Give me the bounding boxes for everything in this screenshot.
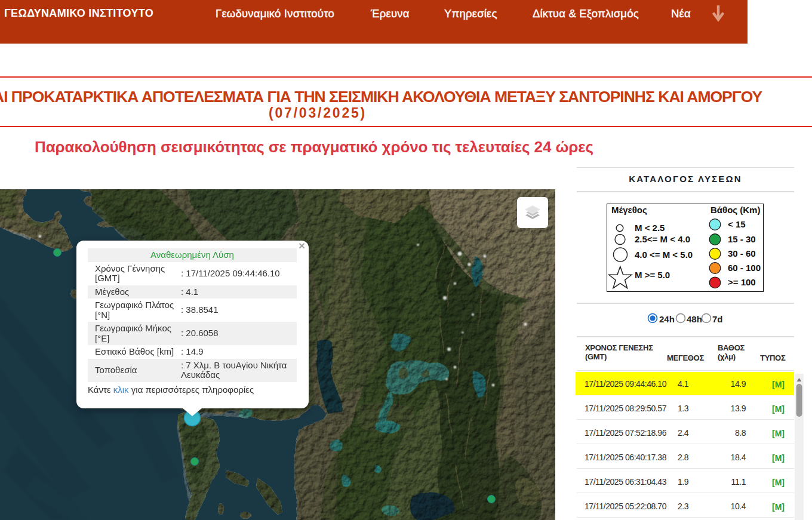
svg-text:15 - 30: 15 - 30 [728, 234, 756, 244]
svg-text:Μέγεθος: Μέγεθος [611, 205, 647, 215]
svg-text:Βάθος (Km): Βάθος (Km) [710, 205, 760, 215]
svg-text:2.5<= M < 4.0: 2.5<= M < 4.0 [635, 234, 690, 244]
svg-text:< 15: < 15 [728, 219, 746, 229]
svg-text:M >= 5.0: M >= 5.0 [635, 270, 670, 280]
svg-text:>= 100: >= 100 [728, 277, 756, 287]
svg-text:30 - 60: 30 - 60 [728, 248, 756, 259]
svg-text:4.0 <= M < 5.0: 4.0 <= M < 5.0 [635, 250, 693, 260]
svg-text:60 - 100: 60 - 100 [728, 263, 761, 273]
svg-text:M < 2.5: M < 2.5 [635, 223, 665, 233]
